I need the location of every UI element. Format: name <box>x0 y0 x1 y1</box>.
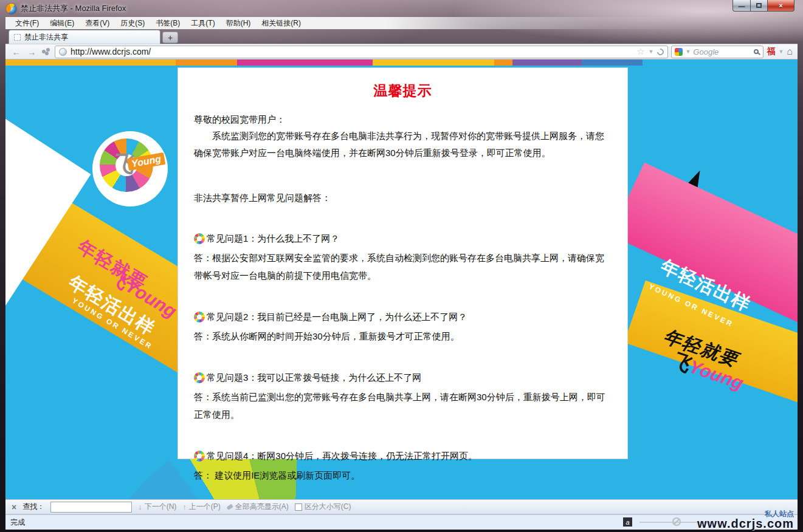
window-controls: — × <box>732 0 794 12</box>
notice-greeting: 尊敬的校园宽带用户： <box>194 111 612 128</box>
highlighter-icon <box>226 503 233 510</box>
match-case-label: 区分大小写(C) <box>305 502 351 512</box>
menu-bar: 文件(F) 编辑(E) 查看(V) 历史(S) 书签(B) 工具(T) 帮助(H… <box>5 17 798 29</box>
menu-file[interactable]: 文件(F) <box>10 17 44 30</box>
site-watermark: 私人站点 www.dcrjs.com <box>697 510 794 530</box>
page-viewport: 飞 Young 年轻就要 飞Young 年轻活出样 YOUNG OR NEVER… <box>5 60 798 499</box>
back-button[interactable]: ← <box>10 46 22 58</box>
reload-icon[interactable] <box>656 47 665 56</box>
findbar-close-icon[interactable]: × <box>12 502 16 512</box>
watermark-url-label: www.dcrjs.com <box>697 517 794 530</box>
tab-title: 禁止非法共享 <box>24 32 68 43</box>
pinwheel-bullet-icon <box>194 372 205 383</box>
new-tab-button[interactable]: + <box>162 32 178 43</box>
addon-cluster-icon[interactable] <box>42 48 50 55</box>
find-prev-label: 上一个(P) <box>189 502 221 512</box>
rainbow-strip <box>5 60 798 66</box>
find-prev-button[interactable]: ↑ 上一个(P) <box>182 502 221 512</box>
fyoung-logo: 飞 Young <box>92 131 168 206</box>
notice-panel: 温馨提示 尊敬的校园宽带用户： 系统监测到您的宽带账号存在多台电脑非法共享行为，… <box>177 67 628 459</box>
tab-bar: 禁止非法共享 + <box>5 29 798 44</box>
menu-help[interactable]: 帮助(H) <box>221 17 256 30</box>
faq-item-2: 常见问题2：我目前已经是一台电脑上网了，为什么还上不了网？ 答：系统从你断网的时… <box>194 310 612 345</box>
notice-title: 温馨提示 <box>194 81 612 100</box>
menu-history[interactable]: 历史(S) <box>115 17 150 30</box>
faq-answer: 答： 建议使用IE浏览器或刷新页面即可。 <box>194 466 612 484</box>
menu-bookmarks[interactable]: 书签(B) <box>151 17 185 30</box>
status-text: 完成 <box>10 517 25 528</box>
urlbar-dropdown-icon[interactable]: ▼ <box>648 49 653 55</box>
forward-button[interactable]: → <box>26 46 38 58</box>
find-next-button[interactable]: ↓ 下一个(N) <box>138 502 176 512</box>
pinwheel-bullet-icon <box>194 312 205 322</box>
minimize-button[interactable]: — <box>732 0 751 12</box>
find-input[interactable] <box>50 502 132 513</box>
notice-intro: 系统监测到您的宽带账号存在多台电脑非法共享行为，现暂停对你的宽带账号提供上网服务… <box>194 128 612 162</box>
firefox-icon <box>6 4 16 14</box>
faq-question: 常见问题4：断网30分钟后，再次拨号连接，仍无法正常打开网页。 <box>207 451 477 461</box>
menu-related-links[interactable]: 相关链接(R) <box>257 17 306 30</box>
find-bar: × 查找： ↓ 下一个(N) ↑ 上一个(P) 全部高亮显示(A) 区分大小写(… <box>5 499 798 514</box>
pinwheel-bullet-icon <box>194 233 205 244</box>
browser-window: 禁止非法共享 - Mozilla Firefox — × 文件(F) 编辑(E)… <box>0 0 803 532</box>
text-zoom-indicator[interactable]: a <box>623 517 632 527</box>
menu-tools[interactable]: 工具(T) <box>186 17 219 30</box>
find-label: 查找： <box>22 502 44 512</box>
url-bar[interactable]: ☆ ▼ <box>55 46 668 58</box>
bookmark-star-icon[interactable]: ☆ <box>636 46 644 57</box>
maximize-button[interactable] <box>751 0 768 12</box>
window-title: 禁止非法共享 - Mozilla Firefox <box>21 3 126 14</box>
search-input[interactable] <box>693 47 751 56</box>
url-input[interactable] <box>71 47 633 56</box>
globe-icon <box>59 48 67 56</box>
highlight-all-label: 全部高亮显示(A) <box>235 502 289 512</box>
status-bar: 完成 a 私人站点 www.dcrjs.com <box>5 514 798 530</box>
faq-item-4: 常见问题4：断网30分钟后，再次拨号连接，仍无法正常打开网页。 答： 建议使用I… <box>194 449 612 484</box>
menu-view[interactable]: 查看(V) <box>80 17 114 30</box>
arrow-up-icon: ↑ <box>182 502 187 511</box>
navigation-bar: ← → ☆ ▼ ▼ 福 ▼ ⌂ <box>5 44 798 60</box>
faq-answer: 答：系统当前已监测出您的宽带账号存在多台电脑共享上网，请在断网30分钟后，重新拨… <box>194 388 612 423</box>
default-favicon-icon <box>14 34 21 41</box>
close-button[interactable]: × <box>768 0 794 12</box>
faq-item-3: 常见问题3：我可以正常拨号链接，为什么还上不了网 答：系统当前已监测出您的宽带账… <box>194 370 612 423</box>
faq-header: 非法共享暂停上网常见问题解答： <box>194 189 612 206</box>
addon-dropdown-icon[interactable]: ▼ <box>778 49 784 55</box>
faq-question: 常见问题3：我可以正常拨号链接，为什么还上不了网 <box>207 372 421 383</box>
faq-answer: 答：系统从你断网的时间开始30分钟后，重新拨号才可正常使用。 <box>194 327 612 345</box>
pinwheel-bullet-icon <box>194 451 205 462</box>
fu-addon-icon[interactable]: 福 <box>767 46 775 57</box>
google-logo-icon <box>675 48 683 56</box>
search-engine-dropdown-icon[interactable]: ▼ <box>685 49 691 55</box>
zoom-slider-knob-icon[interactable] <box>672 517 681 526</box>
faq-answer: 答：根据公安部对互联网安全监管的要求，系统自动检测到您的账号存在多台电脑共享上网… <box>194 249 612 284</box>
match-case-checkbox[interactable] <box>295 503 302 511</box>
faq-question: 常见问题2：我目前已经是一台电脑上网了，为什么还上不了网？ <box>207 312 467 322</box>
title-bar: 禁止非法共享 - Mozilla Firefox — × <box>0 0 803 17</box>
find-next-label: 下一个(N) <box>145 502 177 512</box>
menu-edit[interactable]: 编辑(E) <box>45 17 79 30</box>
arrow-down-icon: ↓ <box>138 502 142 511</box>
search-box[interactable]: ▼ <box>671 46 763 58</box>
faq-item-1: 常见问题1：为什么我上不了网？ 答：根据公安部对互联网安全监管的要求，系统自动检… <box>194 231 612 284</box>
match-case-toggle[interactable]: 区分大小写(C) <box>295 502 351 512</box>
highlight-all-button[interactable]: 全部高亮显示(A) <box>227 502 289 512</box>
home-icon[interactable]: ⌂ <box>787 46 793 57</box>
faq-question: 常见问题1：为什么我上不了网？ <box>207 233 339 244</box>
maximize-icon <box>756 3 762 8</box>
search-magnifier-icon[interactable] <box>754 49 759 54</box>
tab-active[interactable]: 禁止非法共享 <box>9 30 160 44</box>
